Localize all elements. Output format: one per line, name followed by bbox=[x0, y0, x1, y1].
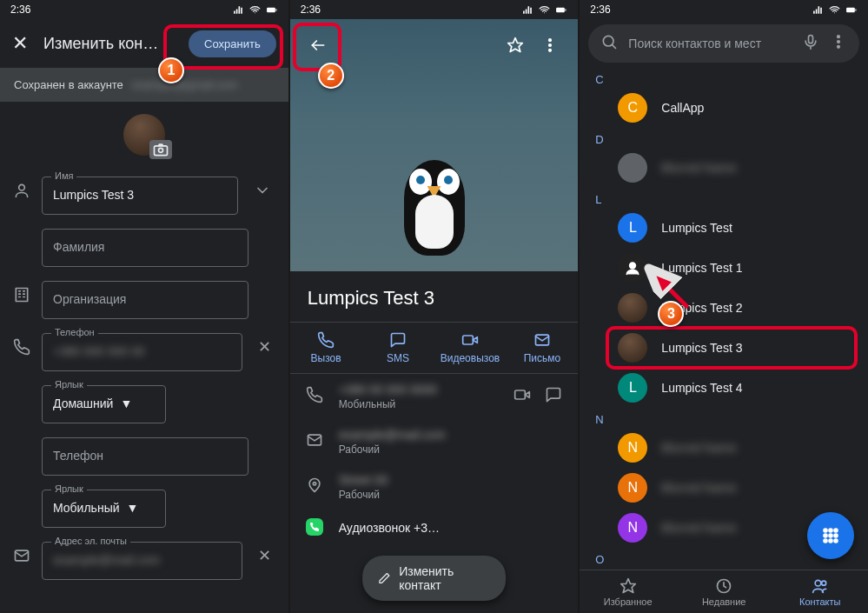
status-time-2: 2:36 bbox=[301, 3, 321, 16]
back-icon[interactable] bbox=[301, 28, 335, 63]
svg-point-4 bbox=[19, 184, 25, 190]
nav-favorites[interactable]: Избранное bbox=[580, 570, 676, 613]
phone-icon bbox=[12, 338, 31, 356]
contact-item[interactable]: LLumpics Test bbox=[580, 208, 868, 248]
detail-email[interactable]: example@mail.com Рабочий bbox=[290, 419, 579, 464]
more-search-icon[interactable] bbox=[830, 33, 847, 54]
contact-list[interactable]: CCCallAppDBlurred NameLLLumpics TestLump… bbox=[580, 68, 868, 570]
phone1-field[interactable]: Телефон +380 000 000 00 bbox=[42, 333, 242, 371]
contact-photo[interactable] bbox=[123, 114, 165, 156]
nav-contacts[interactable]: Контакты bbox=[772, 570, 868, 613]
status-time-3: 2:36 bbox=[590, 3, 610, 16]
edit-title: Изменить кон… bbox=[43, 35, 173, 53]
mic-icon[interactable] bbox=[802, 33, 819, 54]
status-bar-2: 2:36 bbox=[290, 0, 579, 19]
svg-rect-7 bbox=[556, 7, 565, 11]
contact-item[interactable]: Lumpics Test 2 bbox=[580, 288, 868, 328]
detail-phone-value-blurred: +380 00 000 0000 bbox=[339, 383, 499, 396]
status-icons bbox=[232, 4, 278, 16]
more-icon[interactable] bbox=[533, 28, 567, 63]
action-sms[interactable]: SMS bbox=[362, 323, 434, 373]
detail-address-sub: Рабочий bbox=[339, 489, 563, 501]
contact-photo-large bbox=[404, 160, 465, 256]
action-video[interactable]: Видеовызов bbox=[434, 323, 507, 373]
detail-email-value-blurred: example@mail.com bbox=[339, 428, 563, 442]
close-icon[interactable]: ✕ bbox=[12, 32, 28, 55]
svg-rect-14 bbox=[463, 336, 474, 344]
svg-marker-39 bbox=[620, 578, 635, 592]
contact-avatar: L bbox=[618, 213, 647, 243]
svg-rect-8 bbox=[566, 9, 567, 10]
marker-1: 1 bbox=[158, 57, 184, 83]
svg-point-12 bbox=[549, 44, 552, 47]
tag1-value: Домашний▼ bbox=[43, 386, 165, 423]
svg-point-41 bbox=[815, 580, 821, 586]
tag1-label: Ярлык bbox=[51, 379, 87, 390]
action-call[interactable]: Вызов bbox=[290, 323, 362, 373]
sms-mini-icon[interactable] bbox=[545, 386, 562, 407]
phone2-field[interactable]: Телефон bbox=[42, 437, 248, 476]
star-icon[interactable] bbox=[498, 28, 533, 63]
email-field[interactable]: Адрес эл. почты example@mail.com bbox=[42, 542, 242, 580]
svg-point-29 bbox=[630, 263, 636, 269]
contact-item[interactable]: CCallApp bbox=[580, 88, 868, 128]
org-placeholder: Организация bbox=[43, 282, 248, 318]
detail-address[interactable]: Street 00 Рабочий bbox=[290, 464, 579, 510]
contact-item[interactable]: Lumpics Test 1 bbox=[580, 248, 868, 288]
svg-rect-17 bbox=[515, 390, 526, 399]
contact-item[interactable]: OBlurred Name bbox=[580, 568, 868, 570]
save-button[interactable]: Сохранить bbox=[189, 30, 276, 57]
detail-address-value-blurred: Street 00 bbox=[339, 473, 563, 487]
contact-avatar bbox=[618, 253, 647, 283]
org-field[interactable]: Организация bbox=[42, 281, 248, 319]
clear-email-icon[interactable]: ✕ bbox=[253, 546, 276, 565]
svg-point-32 bbox=[834, 529, 838, 532]
svg-line-24 bbox=[613, 44, 616, 48]
detail-whatsapp[interactable]: Аудиозвонок +3… bbox=[290, 510, 579, 544]
clear-phone1-icon[interactable]: ✕ bbox=[253, 337, 276, 356]
svg-point-27 bbox=[838, 41, 840, 43]
contact-item[interactable]: NBlurred Name bbox=[580, 468, 868, 508]
search-icon bbox=[600, 33, 618, 54]
row-surname: Фамилия bbox=[0, 215, 288, 267]
contact-item[interactable]: Blurred Name bbox=[580, 148, 868, 188]
contact-name: Lumpics Test 4 bbox=[661, 381, 742, 395]
contact-avatar bbox=[618, 153, 647, 183]
contact-name: CallApp bbox=[661, 101, 704, 115]
nav-recent[interactable]: Недавние bbox=[676, 570, 772, 613]
search-bar[interactable]: Поиск контактов и мест bbox=[588, 24, 859, 63]
svg-marker-10 bbox=[508, 38, 523, 52]
dialpad-fab[interactable] bbox=[807, 512, 854, 559]
edit-contact-fab[interactable]: Изменить контакт bbox=[362, 556, 507, 601]
surname-field[interactable]: Фамилия bbox=[42, 229, 248, 267]
svg-point-3 bbox=[158, 148, 162, 152]
marker-2: 2 bbox=[318, 63, 344, 89]
expand-name-icon[interactable] bbox=[248, 182, 276, 199]
svg-point-26 bbox=[838, 36, 840, 38]
account-bar-label: Сохранен в аккаунте bbox=[14, 78, 123, 91]
saved-in-account-bar[interactable]: Сохранен в аккаунте example@gmail.com bbox=[0, 68, 288, 102]
contact-item[interactable]: LLumpics Test 4 bbox=[580, 368, 868, 408]
svg-point-38 bbox=[834, 539, 838, 543]
svg-point-35 bbox=[834, 534, 838, 537]
contact-avatar: N bbox=[618, 473, 647, 503]
tag1-field[interactable]: Ярлык Домашний▼ bbox=[42, 385, 166, 423]
video-mini-icon[interactable] bbox=[514, 386, 531, 407]
building-icon bbox=[12, 286, 31, 303]
contact-item[interactable]: Lumpics Test 3 bbox=[580, 328, 868, 368]
svg-point-20 bbox=[313, 483, 315, 485]
svg-point-31 bbox=[829, 529, 832, 532]
avatar-wrap[interactable] bbox=[0, 102, 288, 163]
action-mail[interactable]: Письмо bbox=[506, 323, 578, 373]
svg-point-11 bbox=[549, 39, 552, 42]
first-name-field[interactable]: Имя Lumpics Test 3 bbox=[42, 177, 238, 215]
row-name: Имя Lumpics Test 3 bbox=[0, 163, 288, 215]
tag2-field[interactable]: Ярлык Мобильный▼ bbox=[42, 490, 166, 528]
camera-icon[interactable] bbox=[149, 140, 172, 159]
detail-phone-actions bbox=[514, 386, 562, 407]
tag2-label: Ярлык bbox=[51, 483, 87, 494]
surname-placeholder: Фамилия bbox=[43, 230, 248, 266]
contact-item[interactable]: NBlurred Name bbox=[580, 428, 868, 468]
mail-icon bbox=[12, 547, 31, 564]
detail-phone[interactable]: +380 00 000 0000 Мобильный bbox=[290, 374, 579, 419]
